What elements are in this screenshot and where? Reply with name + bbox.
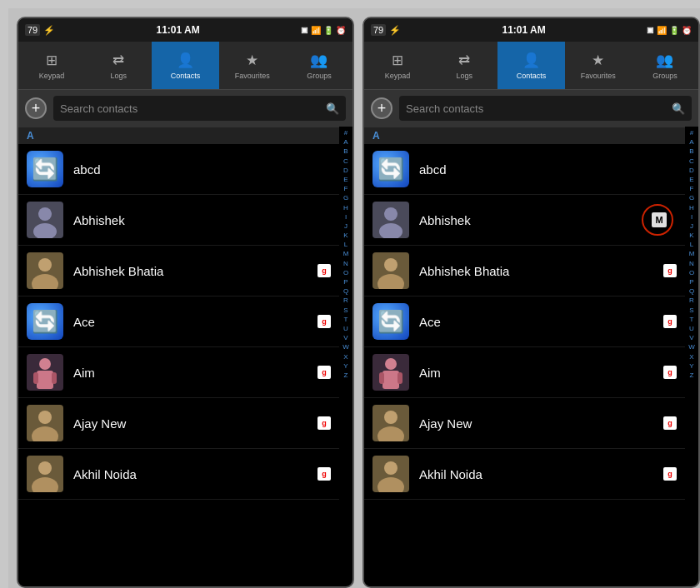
- alphabet-letter[interactable]: T: [344, 315, 348, 324]
- search-input-wrap[interactable]: Search contacts 🔍: [53, 96, 346, 121]
- alphabet-letter[interactable]: K: [343, 231, 348, 240]
- alphabet-letter[interactable]: P: [689, 277, 693, 287]
- alphabet-letter[interactable]: S: [689, 306, 693, 315]
- contacts-list: A🔄abcdAbhishekMAbhishek Bhatiag🔄AcegAimg…: [364, 127, 685, 586]
- tab-icon-favourites: ★: [246, 52, 258, 69]
- tab-groups[interactable]: 👥 Groups: [286, 42, 352, 89]
- alphabet-letter[interactable]: D: [343, 166, 348, 175]
- google-badge: g: [318, 264, 331, 277]
- contact-row[interactable]: Akhil Noidag: [18, 449, 339, 500]
- contact-row[interactable]: Ajay Newg: [18, 398, 339, 449]
- search-icon: 🔍: [326, 102, 339, 115]
- alphabet-letter[interactable]: Z: [344, 371, 348, 380]
- alphabet-letter[interactable]: R: [689, 296, 694, 305]
- tab-contacts[interactable]: 👤 Contacts: [498, 42, 564, 89]
- tab-logs[interactable]: ⇄ Logs: [85, 42, 152, 89]
- alphabet-letter[interactable]: I: [345, 212, 347, 222]
- alphabet-letter[interactable]: #: [690, 128, 693, 137]
- alphabet-letter[interactable]: J: [690, 222, 693, 231]
- content-area: A🔄abcdAbhishekMAbhishek Bhatiag🔄AcegAimg…: [364, 127, 698, 586]
- alphabet-letter[interactable]: P: [343, 277, 348, 287]
- alphabet-letter[interactable]: O: [343, 268, 348, 277]
- alphabet-letter[interactable]: W: [688, 342, 695, 351]
- alphabet-letter[interactable]: #: [344, 128, 348, 137]
- add-contact-button[interactable]: +: [25, 97, 47, 119]
- status-num: 79: [371, 24, 386, 36]
- contact-row[interactable]: 🔄abcd: [18, 144, 339, 195]
- alphabet-letter[interactable]: H: [343, 203, 348, 212]
- alphabet-letter[interactable]: O: [689, 268, 694, 277]
- alphabet-letter[interactable]: F: [690, 184, 694, 193]
- alphabet-letter[interactable]: M: [343, 249, 349, 258]
- contact-row[interactable]: Aimg: [18, 347, 339, 398]
- battery-icon: 🔋: [669, 26, 679, 35]
- search-input-wrap[interactable]: Search contacts 🔍: [399, 96, 692, 121]
- alphabet-letter[interactable]: Y: [343, 361, 348, 371]
- tab-favourites[interactable]: ★ Favourites: [565, 42, 632, 89]
- alphabet-letter[interactable]: L: [690, 240, 693, 249]
- alphabet-letter[interactable]: C: [689, 157, 694, 166]
- alphabet-letter[interactable]: J: [344, 222, 348, 231]
- alphabet-letter[interactable]: C: [343, 157, 348, 166]
- alphabet-letter[interactable]: V: [689, 333, 693, 342]
- tab-groups[interactable]: 👥 Groups: [632, 42, 698, 89]
- alphabet-letter[interactable]: Q: [343, 287, 348, 296]
- contact-row[interactable]: Abhishek Bhatiag: [364, 246, 685, 296]
- status-num: 79: [25, 24, 40, 36]
- contact-row[interactable]: AbhishekM: [364, 195, 685, 246]
- contact-row[interactable]: 🔄Aceg: [18, 296, 339, 347]
- alphabet-letter[interactable]: A: [689, 137, 693, 147]
- contact-row[interactable]: Abhishek Bhatiag: [18, 246, 339, 296]
- tab-keypad[interactable]: ⊞ Keypad: [364, 42, 431, 89]
- alphabet-letter[interactable]: Y: [689, 361, 693, 371]
- alphabet-letter[interactable]: N: [689, 259, 694, 268]
- svg-point-14: [384, 258, 398, 272]
- alphabet-letter[interactable]: Q: [689, 287, 694, 296]
- contact-row[interactable]: Ajay Newg: [364, 398, 685, 449]
- alphabet-letter[interactable]: D: [689, 166, 694, 175]
- alphabet-letter[interactable]: U: [343, 324, 348, 333]
- google-badge: g: [318, 416, 331, 430]
- alphabet-letter[interactable]: B: [343, 147, 348, 156]
- status-bar: 79 ⚡ 11:01 AM ▣ 📶 🔋 ⏰: [18, 18, 352, 42]
- contact-row[interactable]: Abhishek: [18, 195, 339, 246]
- alphabet-letter[interactable]: S: [343, 306, 348, 315]
- contact-row[interactable]: Akhil Noidag: [364, 449, 685, 500]
- alphabet-letter[interactable]: A: [343, 137, 348, 147]
- contact-row[interactable]: Aimg: [364, 347, 685, 398]
- contact-row[interactable]: 🔄Aceg: [364, 296, 685, 347]
- alphabet-letter[interactable]: M: [689, 249, 695, 258]
- alphabet-letter[interactable]: L: [344, 240, 348, 249]
- alphabet-letter[interactable]: X: [689, 352, 693, 361]
- alphabet-letter[interactable]: E: [343, 175, 348, 184]
- alphabet-letter[interactable]: F: [344, 184, 348, 193]
- svg-point-9: [32, 426, 58, 441]
- tab-label-logs: Logs: [111, 72, 128, 80]
- google-badge: g: [318, 315, 331, 328]
- alphabet-letter[interactable]: X: [343, 352, 348, 361]
- alphabet-letter[interactable]: N: [343, 259, 348, 268]
- svg-point-15: [378, 274, 404, 289]
- tab-contacts[interactable]: 👤 Contacts: [152, 42, 218, 89]
- alphabet-letter[interactable]: B: [689, 147, 693, 156]
- alphabet-letter[interactable]: V: [343, 333, 348, 342]
- tab-logs[interactable]: ⇄ Logs: [431, 42, 498, 89]
- tab-keypad[interactable]: ⊞ Keypad: [18, 42, 85, 89]
- alphabet-letter[interactable]: G: [689, 193, 694, 202]
- alphabet-letter[interactable]: Z: [690, 371, 694, 380]
- alphabet-letter[interactable]: U: [689, 324, 694, 333]
- alphabet-letter[interactable]: H: [689, 203, 694, 212]
- alphabet-letter[interactable]: E: [689, 175, 693, 184]
- contact-name: abcd: [73, 162, 331, 177]
- alphabet-letter[interactable]: R: [343, 296, 348, 305]
- tab-favourites[interactable]: ★ Favourites: [219, 42, 286, 89]
- alphabet-letter[interactable]: I: [691, 212, 692, 222]
- google-badge: g: [663, 264, 677, 277]
- alphabet-letter[interactable]: T: [690, 315, 694, 324]
- svg-rect-7: [52, 372, 57, 384]
- add-contact-button[interactable]: +: [371, 97, 392, 119]
- contact-row[interactable]: 🔄abcd: [364, 144, 685, 195]
- alphabet-letter[interactable]: K: [689, 231, 693, 240]
- alphabet-letter[interactable]: G: [343, 193, 348, 202]
- alphabet-letter[interactable]: W: [342, 342, 349, 351]
